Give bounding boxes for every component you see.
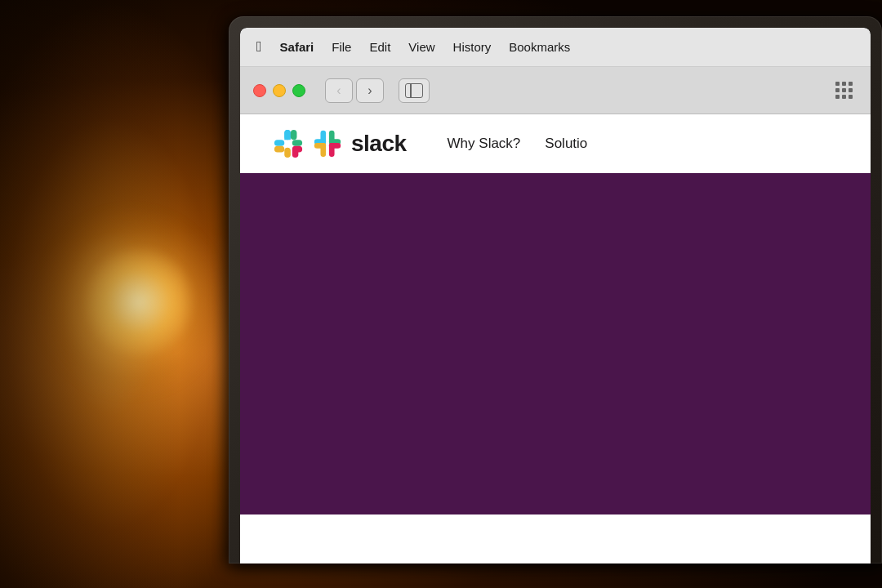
nav-buttons: ‹ ›: [325, 78, 384, 103]
grid-dot: [842, 88, 846, 92]
slack-logo: slack: [273, 128, 407, 159]
svg-rect-4: [284, 147, 291, 157]
laptop-frame:  Safari File Edit View History Bookmark…: [229, 16, 882, 588]
svg-rect-2: [291, 129, 297, 139]
browser-window:  Safari File Edit View History Bookmark…: [240, 28, 871, 564]
slack-nav-solutions[interactable]: Solutio: [545, 136, 587, 152]
menu-edit[interactable]: Edit: [369, 40, 390, 54]
svg-rect-3: [292, 140, 302, 146]
back-chevron-icon: ‹: [336, 83, 341, 98]
forward-button[interactable]: ›: [356, 78, 384, 103]
sidebar-toggle-icon: [405, 83, 423, 98]
menu-bookmarks[interactable]: Bookmarks: [509, 40, 570, 54]
slack-logo-icon: [273, 128, 304, 159]
svg-rect-5: [274, 145, 284, 152]
menu-bar:  Safari File Edit View History Bookmark…: [240, 28, 871, 67]
grid-dot: [849, 88, 853, 92]
bokeh-core: [82, 245, 196, 359]
svg-rect-1: [274, 140, 284, 146]
grid-dot: [849, 82, 853, 86]
tabs-button[interactable]: [830, 78, 858, 103]
traffic-lights: [253, 84, 305, 97]
grid-dot: [849, 95, 853, 99]
close-button[interactable]: [253, 84, 266, 97]
grid-icon: [835, 82, 853, 99]
slack-icon: [312, 128, 343, 159]
svg-rect-7: [292, 145, 302, 152]
grid-dot: [842, 82, 846, 86]
slack-brand-name: slack: [351, 131, 407, 157]
grid-dot: [835, 82, 840, 86]
grid-dot: [842, 95, 846, 99]
slack-bottom-section: [240, 514, 871, 564]
scene:  Safari File Edit View History Bookmark…: [0, 0, 882, 588]
slack-navbar: slack Why Slack? Solutio: [240, 114, 871, 173]
back-button[interactable]: ‹: [325, 78, 353, 103]
slack-nav-links: Why Slack? Solutio: [448, 136, 588, 152]
apple-menu[interactable]: : [256, 38, 262, 56]
svg-rect-13: [314, 143, 326, 149]
grid-dot: [835, 95, 840, 99]
svg-rect-0: [284, 129, 291, 139]
minimize-button[interactable]: [273, 84, 286, 97]
web-content: slack Why Slack? Solutio: [240, 114, 871, 564]
grid-dot: [835, 88, 840, 92]
browser-toolbar: ‹ ›: [240, 67, 871, 114]
menu-history[interactable]: History: [453, 40, 492, 54]
screen-inner:  Safari File Edit View History Bookmark…: [240, 28, 871, 564]
menu-file[interactable]: File: [332, 40, 351, 54]
sidebar-toggle-button[interactable]: [399, 78, 430, 103]
slack-nav-why-slack[interactable]: Why Slack?: [448, 136, 521, 152]
screen-bezel:  Safari File Edit View History Bookmark…: [229, 16, 882, 564]
toolbar-right: [830, 78, 858, 103]
slack-hero-section: [240, 173, 871, 514]
forward-chevron-icon: ›: [368, 83, 372, 98]
fullscreen-button[interactable]: [292, 84, 305, 97]
svg-rect-15: [329, 143, 341, 149]
menu-view[interactable]: View: [408, 40, 434, 54]
menu-safari[interactable]: Safari: [280, 40, 314, 54]
